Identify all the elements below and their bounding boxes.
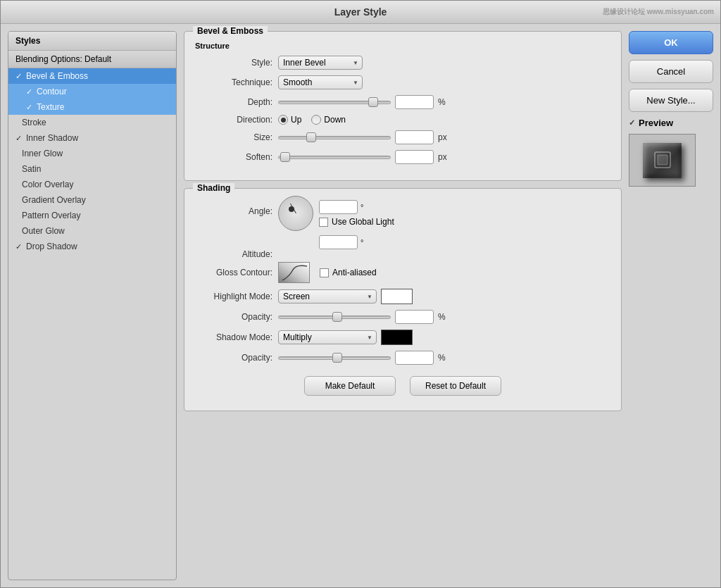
color-overlay-check [15, 180, 18, 189]
altitude-deg: ° [360, 238, 363, 246]
gloss-contour-preview[interactable] [278, 262, 310, 283]
highlight-opacity-slider[interactable] [278, 311, 391, 323]
blending-options-header: Blending Options: Default [8, 51, 176, 68]
shadow-mode-value: Multiply Normal Screen Overlay [278, 330, 413, 345]
reset-to-default-button[interactable]: Reset to Default [410, 376, 501, 396]
altitude-input[interactable]: 50 [319, 235, 358, 249]
texture-check: ✓ [26, 103, 32, 112]
shadow-opacity-thumb[interactable] [332, 353, 342, 363]
sidebar-item-gradient-overlay[interactable]: Gradient Overlay [8, 192, 176, 208]
sidebar-item-inner-glow[interactable]: Inner Glow [8, 146, 176, 161]
shadow-opacity-slider[interactable] [278, 352, 391, 363]
shadow-mode-select[interactable]: Multiply Normal Screen Overlay [278, 330, 377, 344]
sidebar-item-stroke[interactable]: Stroke [8, 115, 176, 130]
size-slider-container[interactable] [278, 132, 391, 143]
sidebar-item-satin[interactable]: Satin [8, 161, 176, 177]
watermark: 思缘设计论坛 www.missyuan.com [603, 7, 714, 17]
gloss-contour-label: Gloss Contour: [195, 268, 272, 277]
soften-slider-thumb[interactable] [280, 152, 290, 162]
highlight-opacity-thumb[interactable] [332, 312, 342, 322]
section-bevel-emboss-title: Bevel & Emboss [193, 26, 268, 36]
satin-check [15, 165, 18, 173]
outer-glow-check [15, 227, 18, 235]
cancel-button[interactable]: Cancel [629, 60, 713, 83]
depth-slider-thumb[interactable] [368, 97, 378, 107]
highlight-mode-select-wrapper[interactable]: Screen Normal Multiply Overlay [278, 289, 377, 304]
title-bar: Layer Style 思缘设计论坛 www.missyuan.com [1, 1, 720, 24]
color-overlay-label: Color Overlay [22, 180, 73, 189]
gloss-contour-row: Gloss Contour: [195, 262, 610, 283]
size-label: Size: [195, 132, 272, 142]
angle-top-row: 120 ° Use Global Light [278, 196, 394, 231]
direction-up-radio[interactable]: Up [278, 115, 301, 125]
contour-check: ✓ [26, 87, 32, 96]
technique-label: Technique: [195, 77, 272, 87]
angle-controls: 120 ° Use Global Light 50 [278, 196, 394, 249]
new-style-button[interactable]: New Style... [629, 89, 713, 112]
inner-shadow-check: ✓ [15, 134, 22, 143]
technique-row: Technique: Smooth Chisel Hard Chisel Sof… [195, 75, 610, 89]
shadow-color-swatch[interactable] [381, 330, 413, 345]
styles-header: Styles [8, 32, 176, 51]
make-default-button[interactable]: Make Default [304, 376, 396, 396]
style-select[interactable]: Inner Bevel Outer Bevel Emboss Pillow Em… [278, 56, 363, 70]
angle-dial[interactable] [278, 196, 313, 231]
altitude-row: 50 ° [319, 235, 394, 249]
sidebar-item-color-overlay[interactable]: Color Overlay [8, 177, 176, 192]
direction-down-radio[interactable]: Down [311, 115, 346, 125]
right-panel: OK Cancel New Style... ✓ Preview [629, 31, 713, 580]
ok-button[interactable]: OK [629, 31, 713, 54]
shadow-mode-row: Shadow Mode: Multiply Normal Screen Over… [195, 330, 610, 345]
soften-slider-container[interactable] [278, 151, 391, 163]
use-global-light-checkbox[interactable]: Use Global Light [319, 217, 394, 227]
anti-aliased-checkbox[interactable] [320, 268, 329, 277]
depth-input[interactable]: 500 [395, 95, 434, 109]
size-slider-thumb[interactable] [306, 132, 316, 142]
stroke-check [15, 118, 18, 127]
soften-input[interactable]: 0 [395, 150, 434, 164]
outer-glow-label: Outer Glow [22, 226, 65, 236]
soften-slider-track [278, 156, 391, 159]
size-input[interactable]: 20 [395, 130, 434, 144]
depth-slider-container[interactable] [278, 96, 391, 108]
shadow-mode-select-wrapper[interactable]: Multiply Normal Screen Overlay [278, 330, 377, 344]
pattern-overlay-check [15, 211, 18, 220]
highlight-opacity-label: Opacity: [195, 312, 272, 322]
pattern-overlay-label: Pattern Overlay [22, 211, 80, 220]
technique-select[interactable]: Smooth Chisel Hard Chisel Soft [278, 75, 363, 89]
shadow-opacity-input[interactable]: 50 [395, 351, 434, 365]
highlight-mode-label: Highlight Mode: [195, 292, 272, 301]
angle-dot [289, 206, 294, 212]
highlight-color-swatch[interactable] [381, 289, 413, 304]
sidebar-item-contour[interactable]: ✓ Contour [8, 84, 176, 99]
direction-down-label: Down [324, 115, 346, 125]
sidebar-item-bevel-emboss[interactable]: ✓ Bevel & Emboss [8, 68, 176, 84]
preview-check: ✓ [629, 118, 635, 127]
highlight-mode-value: Screen Normal Multiply Overlay [278, 289, 413, 304]
drop-shadow-check: ✓ [15, 242, 22, 251]
preview-label: Preview [639, 118, 673, 128]
sidebar-item-texture[interactable]: ✓ Texture [8, 99, 176, 115]
structure-subtitle: Structure [195, 42, 610, 50]
shading-title: Shading [193, 183, 234, 193]
highlight-opacity-input[interactable]: 50 [395, 310, 434, 324]
left-panel: Styles Blending Options: Default ✓ Bevel… [8, 31, 177, 580]
technique-select-wrapper[interactable]: Smooth Chisel Hard Chisel Soft [278, 75, 363, 89]
highlight-mode-row: Highlight Mode: Screen Normal Multiply O… [195, 289, 610, 304]
sidebar-item-drop-shadow[interactable]: ✓ Drop Shadow [8, 239, 176, 254]
angle-input[interactable]: 120 [319, 200, 358, 214]
sidebar-item-outer-glow[interactable]: Outer Glow [8, 223, 176, 239]
sidebar-item-pattern-overlay[interactable]: Pattern Overlay [8, 208, 176, 223]
inner-glow-check [15, 149, 18, 158]
shading-section: Shading Angle: 120 [184, 188, 622, 411]
sidebar-item-inner-shadow[interactable]: ✓ Inner Shadow [8, 130, 176, 146]
style-select-wrapper[interactable]: Inner Bevel Outer Bevel Emboss Pillow Em… [278, 56, 363, 70]
stroke-label: Stroke [22, 118, 46, 127]
preview-inner [643, 143, 682, 178]
preview-canvas [629, 134, 696, 187]
bottom-buttons: Make Default Reset to Default [195, 370, 610, 400]
highlight-mode-select[interactable]: Screen Normal Multiply Overlay [278, 289, 377, 304]
gradient-overlay-label: Gradient Overlay [22, 195, 86, 205]
svg-rect-2 [658, 155, 667, 165]
shadow-opacity-unit: % [438, 353, 446, 363]
